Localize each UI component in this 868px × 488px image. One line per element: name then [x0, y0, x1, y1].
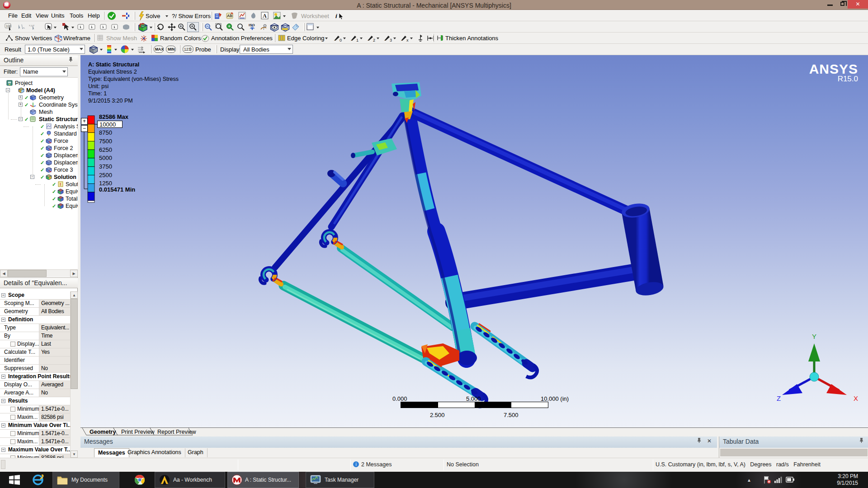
- svg-text:X: X: [854, 394, 858, 402]
- svg-text:x,y,z: x,y,z: [29, 24, 34, 27]
- svg-text:A: A: [263, 13, 267, 19]
- svg-text:Report Preview: Report Preview: [157, 429, 196, 435]
- svg-text:100: 100: [6, 24, 11, 28]
- svg-text:Z: Z: [777, 394, 781, 402]
- svg-text:MIN: MIN: [168, 47, 175, 52]
- svg-text:ISO: ISO: [249, 23, 255, 27]
- svg-text:MAX: MAX: [155, 47, 164, 52]
- svg-text:Y: Y: [812, 333, 816, 340]
- svg-text:Geometry: Geometry: [90, 429, 116, 435]
- svg-text:123: 123: [184, 47, 190, 52]
- svg-text:Print Preview: Print Preview: [121, 429, 155, 435]
- svg-text:!: !: [60, 182, 61, 187]
